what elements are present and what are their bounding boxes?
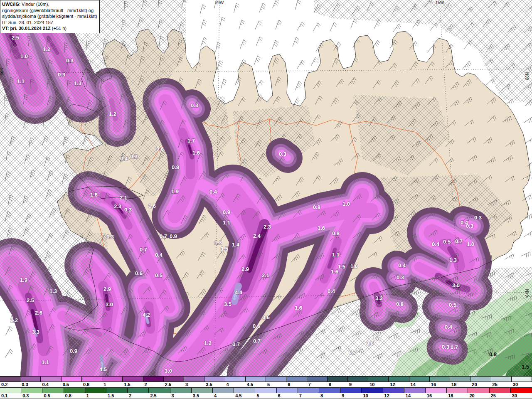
rain-scale-swatch: [490, 388, 511, 393]
sleet-scale-tick-label: 7: [308, 382, 310, 387]
sleet-value-label: 0.5: [449, 302, 456, 308]
sleet-scale-bar: [0, 376, 532, 382]
rain-value-label: 0.8: [489, 351, 497, 357]
sleet-scale-swatch: [82, 377, 102, 382]
sleet-value-label: 0.7: [451, 344, 458, 350]
sleet-scale-swatch: [20, 377, 41, 382]
sleet-value-label: 0.3: [106, 234, 114, 240]
sleet-value-label: 1.9: [20, 277, 27, 283]
sleet-value-label: 4.2: [143, 312, 150, 318]
latitude-label: 66N: [525, 72, 530, 80]
rain-scale-swatch: [319, 388, 340, 393]
rain-scale-tick-label: 25: [491, 393, 496, 399]
latitude-label: 64N: [525, 289, 530, 297]
sleet-value-label: 2.1: [262, 272, 269, 278]
sleet-value-label: 2.9: [103, 286, 111, 292]
forecast-map: 2.51.21.00.30.31.11.31.20.30.31.70.61.60…: [0, 0, 532, 399]
sleet-value-label: 2.5: [12, 34, 19, 41]
rain-scale-tick-label: 0.8: [65, 393, 71, 399]
sleet-value-label: 3.0: [165, 368, 172, 374]
sleet-scale-tick-label: 30: [513, 382, 518, 387]
rain-scale-tick-label: 1.5: [108, 393, 114, 399]
sleet-scale-swatch: [41, 377, 61, 382]
sleet-value-label: 3.3: [32, 329, 39, 335]
rain-scale-tick-label: 3: [172, 393, 174, 399]
sleet-value-label: 0.9: [70, 348, 77, 354]
sleet-value-label: 2.3: [264, 224, 271, 230]
sleet-scale-swatch: [307, 377, 328, 382]
sleet-value-label: 1.0: [20, 53, 28, 59]
sleet-scale-swatch: [266, 377, 286, 382]
sleet-scale-swatch: [102, 377, 123, 382]
rain-scale-tick-label: 14: [406, 393, 411, 399]
sleet-value-label: 1.0: [342, 201, 350, 207]
sleet-value-label: 1.6: [192, 150, 200, 156]
sleet-value-label: 2.5: [27, 297, 34, 303]
sleet-value-label: 2.1: [120, 195, 127, 201]
rain-scale-tick-label: 2: [129, 393, 131, 399]
sleet-value-label: 3.2: [375, 295, 383, 301]
sleet-value-label: 2.6: [35, 310, 42, 316]
sleet-value-label: 1.9: [171, 188, 179, 195]
rain-scale-tick-label: 2.5: [150, 393, 156, 399]
rain-scale-swatch: [298, 388, 319, 393]
sleet-scale-swatch: [164, 377, 184, 382]
sleet-value-label: 1.6: [148, 203, 156, 209]
sleet-scale-swatch: [286, 377, 307, 382]
sleet-scale-swatch: [0, 377, 20, 382]
sleet-value-label: 1.3: [449, 257, 457, 263]
sleet-value-label: 0.3: [466, 223, 473, 229]
rain-scale-swatch: [42, 388, 64, 393]
sleet-value-label: 0.7: [374, 335, 381, 341]
sleet-scale-tick-label: 2.5: [165, 382, 171, 387]
rain-scale-swatch: [0, 388, 21, 393]
sleet-scale-swatch: [246, 377, 266, 382]
rain-scale-swatch: [149, 388, 170, 393]
rain-scale-tick-label: 4.5: [235, 393, 241, 399]
sleet-scale-swatch: [389, 377, 409, 382]
sleet-value-label: 0.3: [130, 153, 138, 160]
sleet-value-label: 0.4: [445, 324, 453, 330]
sleet-value-label: 0.8: [313, 204, 320, 210]
sleet-scale-tick-label: 14: [411, 382, 416, 387]
rain-scale-tick-label: 0.3: [22, 393, 29, 399]
sleet-value-label: 0.4: [432, 241, 440, 247]
sleet-value-label: 0.3: [191, 102, 198, 108]
sleet-value-label: 0.3: [397, 274, 404, 281]
rain-scale-swatch: [277, 388, 298, 393]
sleet-scale-tick-label: 3.5: [206, 382, 212, 387]
sleet-scale-tick-label: 3: [185, 382, 188, 387]
rain-scale-swatch: [85, 388, 106, 393]
sleet-value-label: 0.8: [396, 301, 404, 307]
sleet-value-label: 0.7: [160, 233, 167, 239]
rain-scale-swatch: [64, 388, 85, 393]
sleet-scale-tick-label: 0.8: [83, 382, 89, 387]
sleet-value-label: 0.4: [120, 155, 128, 162]
sleet-value-label: 1.0: [467, 241, 474, 247]
sleet-scale-tick-label: 0.5: [63, 382, 69, 387]
rain-scale-tick-label: 20: [469, 393, 474, 399]
sleet-value-label: 1.2: [43, 46, 50, 52]
sleet-scale-swatch: [491, 377, 512, 382]
sleet-value-label: 3.0: [452, 282, 460, 288]
sleet-value-label: 0.4: [155, 252, 163, 258]
rain-scale-swatch: [255, 388, 276, 393]
sleet-value-label: 3.0: [106, 301, 113, 308]
title-line-1: UWC/IG: Vindur (10m),: [2, 1, 97, 7]
sleet-value-label: 0.3: [442, 344, 449, 350]
weather-map-screenshot: 2.51.21.00.30.31.11.31.20.30.31.70.61.60…: [0, 0, 532, 399]
sleet-value-label: 1.5: [338, 264, 345, 270]
color-scales: 0.20.30.40.50.811.522.533.544.5567891012…: [0, 376, 532, 399]
sleet-scale-tick-label: 2: [145, 382, 147, 387]
sleet-scale-swatch: [368, 377, 389, 382]
title-box: UWC/IG: Vindur (10m), rigning/skúrir (gr…: [0, 0, 100, 33]
rain-scale-tick-label: 4: [214, 393, 217, 399]
sleet-value-label: 0.5: [155, 272, 163, 278]
init-time: IT: Sun. 28. 01. 2024 18Z: [2, 20, 97, 26]
sleet-value-label: 0.5: [443, 239, 451, 245]
model-name: UWC/IG: [2, 2, 19, 7]
sleet-scale-tick-label: 6: [288, 382, 290, 387]
sleet-scale-swatch: [62, 377, 82, 382]
rain-scale-swatch: [468, 388, 489, 393]
sleet-scale-swatch: [409, 377, 430, 382]
